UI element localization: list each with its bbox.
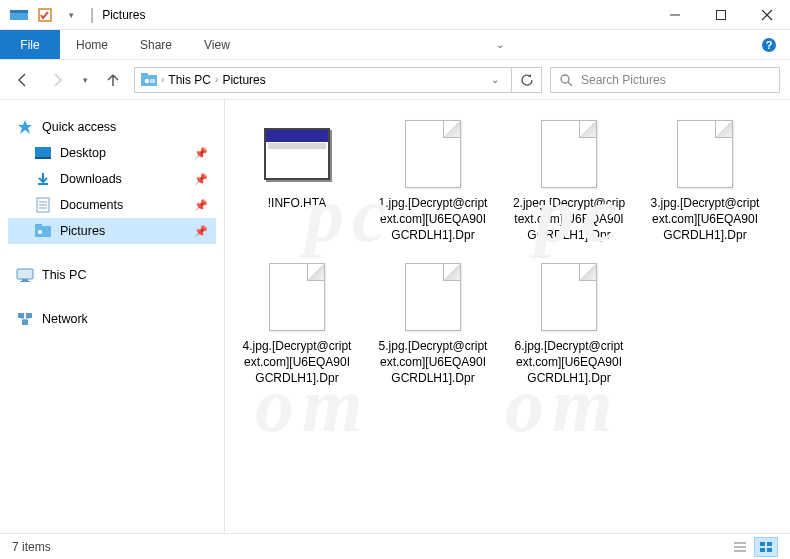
svg-rect-40 [767, 548, 772, 552]
svg-rect-29 [18, 313, 24, 318]
main-area: Quick access Desktop 📌 Downloads 📌 [0, 100, 790, 533]
sidebar-item-label: Pictures [60, 224, 105, 238]
sidebar-item-downloads[interactable]: Downloads 📌 [8, 166, 216, 192]
svg-point-13 [561, 75, 569, 83]
svg-rect-37 [760, 542, 765, 546]
documents-icon [34, 196, 52, 214]
minimize-button[interactable] [652, 0, 698, 30]
sidebar-network[interactable]: Network [8, 306, 216, 332]
view-toggles [728, 537, 778, 557]
forward-button[interactable] [44, 67, 70, 93]
title-separator: | [90, 6, 94, 24]
sidebar-quick-access[interactable]: Quick access [8, 114, 216, 140]
svg-rect-31 [22, 320, 28, 325]
search-input[interactable]: Search Pictures [550, 67, 780, 93]
help-button[interactable]: ? [754, 30, 784, 59]
svg-rect-10 [141, 73, 148, 77]
status-bar: 7 items [0, 533, 790, 559]
ribbon: File Home Share View ⌄ ? [0, 30, 790, 60]
file-name-label: 4.jpg.[Decrypt@criptext.com][U6EQA90IGCR… [240, 338, 354, 387]
refresh-button[interactable] [512, 67, 542, 93]
file-item[interactable]: 5.jpg.[Decrypt@criptext.com][U6EQA90IGCR… [369, 255, 497, 394]
svg-rect-1 [10, 10, 28, 13]
file-name-label: 5.jpg.[Decrypt@criptext.com][U6EQA90IGCR… [376, 338, 490, 387]
blank-file-icon [670, 119, 740, 189]
this-pc-icon [16, 266, 34, 284]
chevron-right-icon[interactable]: › [161, 74, 164, 85]
desktop-icon [34, 144, 52, 162]
sidebar-this-pc[interactable]: This PC [8, 262, 216, 288]
svg-rect-4 [717, 10, 726, 19]
chevron-right-icon[interactable]: › [215, 74, 218, 85]
navigation-pane: Quick access Desktop 📌 Downloads 📌 [0, 100, 225, 533]
search-icon [559, 73, 573, 87]
file-item[interactable]: 6.jpg.[Decrypt@criptext.com][U6EQA90IGCR… [505, 255, 633, 394]
file-name-label: 2.jpeg.[Decrypt@criptext.com][U6EQA90IGC… [512, 195, 626, 244]
navigation-bar: ▾ › This PC › Pictures ⌄ Search Pictures [0, 60, 790, 100]
pin-icon: 📌 [194, 173, 208, 186]
breadcrumb-pictures[interactable]: Pictures [222, 73, 265, 87]
sidebar-item-label: Network [42, 312, 88, 326]
file-content-area[interactable]: pc pc om om !INFO.HTA1.jpg.[Decrypt@crip… [225, 100, 790, 533]
breadcrumb-this-pc[interactable]: This PC [168, 73, 211, 87]
close-button[interactable] [744, 0, 790, 30]
tab-home[interactable]: Home [60, 30, 124, 59]
sidebar-item-pictures[interactable]: Pictures 📌 [8, 218, 216, 244]
svg-rect-12 [150, 79, 155, 83]
svg-rect-24 [35, 224, 42, 228]
svg-line-32 [21, 318, 25, 320]
back-button[interactable] [10, 67, 36, 93]
title-bar: ▾ | Pictures [0, 0, 790, 30]
file-item[interactable]: 1.jpg.[Decrypt@criptext.com][U6EQA90IGCR… [369, 112, 497, 251]
svg-rect-16 [35, 147, 51, 157]
file-item[interactable]: 2.jpeg.[Decrypt@criptext.com][U6EQA90IGC… [505, 112, 633, 251]
svg-line-33 [25, 318, 29, 320]
svg-rect-30 [26, 313, 32, 318]
pictures-folder-icon [141, 73, 157, 87]
file-name-label: 1.jpg.[Decrypt@criptext.com][U6EQA90IGCR… [376, 195, 490, 244]
file-item[interactable]: !INFO.HTA [233, 112, 361, 251]
file-item[interactable]: 4.jpg.[Decrypt@criptext.com][U6EQA90IGCR… [233, 255, 361, 394]
thumbnails-view-button[interactable] [754, 537, 778, 557]
blank-file-icon [398, 262, 468, 332]
blank-file-icon [262, 262, 332, 332]
explorer-app-icon [8, 4, 30, 26]
blank-file-icon [534, 119, 604, 189]
tab-share[interactable]: Share [124, 30, 188, 59]
pin-icon: 📌 [194, 147, 208, 160]
sidebar-item-label: This PC [42, 268, 86, 282]
sidebar-item-label: Downloads [60, 172, 122, 186]
svg-point-11 [145, 78, 149, 82]
maximize-button[interactable] [698, 0, 744, 30]
qat-dropdown-icon[interactable]: ▾ [60, 4, 82, 26]
details-view-button[interactable] [728, 537, 752, 557]
file-name-label: 3.jpg.[Decrypt@criptext.com][U6EQA90IGCR… [648, 195, 762, 244]
file-tab[interactable]: File [0, 30, 60, 59]
pin-icon: 📌 [194, 225, 208, 238]
file-item[interactable]: 3.jpg.[Decrypt@criptext.com][U6EQA90IGCR… [641, 112, 769, 251]
blank-file-icon [398, 119, 468, 189]
sidebar-item-label: Desktop [60, 146, 106, 160]
svg-rect-38 [767, 542, 772, 546]
up-button[interactable] [100, 67, 126, 93]
quick-access-icon [16, 118, 34, 136]
properties-qat-icon[interactable] [34, 4, 56, 26]
sidebar-item-desktop[interactable]: Desktop 📌 [8, 140, 216, 166]
pin-icon: 📌 [194, 199, 208, 212]
address-dropdown-icon[interactable]: ⌄ [485, 74, 505, 85]
downloads-icon [34, 170, 52, 188]
ribbon-expand-icon[interactable]: ⌄ [480, 30, 520, 59]
tab-view[interactable]: View [188, 30, 246, 59]
sidebar-item-documents[interactable]: Documents 📌 [8, 192, 216, 218]
file-name-label: 6.jpg.[Decrypt@criptext.com][U6EQA90IGCR… [512, 338, 626, 387]
network-icon [16, 310, 34, 328]
svg-rect-17 [35, 157, 51, 159]
hta-file-icon [262, 119, 332, 189]
svg-marker-15 [18, 120, 32, 134]
svg-rect-39 [760, 548, 765, 552]
recent-locations-dropdown[interactable]: ▾ [78, 67, 92, 93]
pictures-icon [34, 222, 52, 240]
breadcrumb[interactable]: › This PC › Pictures ⌄ [134, 67, 512, 93]
file-name-label: !INFO.HTA [268, 195, 326, 211]
sidebar-item-label: Quick access [42, 120, 116, 134]
